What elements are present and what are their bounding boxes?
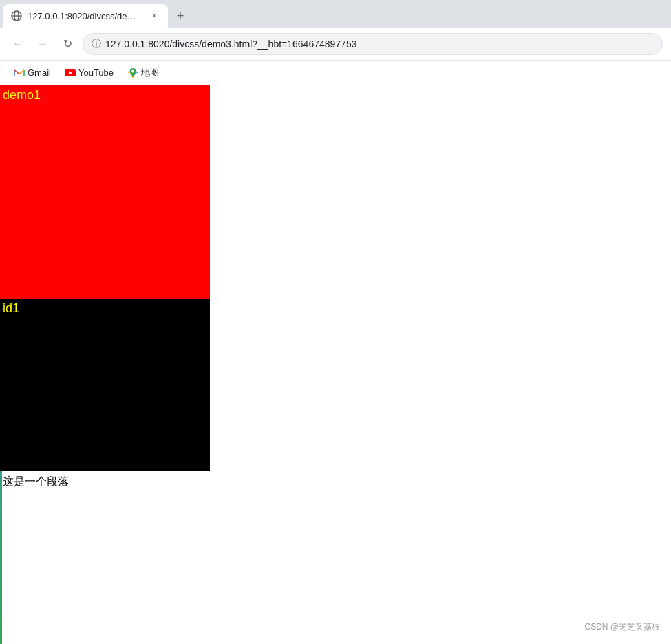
- reload-button[interactable]: ↻: [58, 34, 77, 54]
- url-text: 127.0.0.1:8020/divcss/demo3.html?__hbt=1…: [105, 39, 654, 50]
- demo1-box: demo1: [0, 85, 210, 299]
- tab-title: 127.0.0.1:8020/divcss/demo3.h: [28, 11, 143, 21]
- watermark: CSDN @芝芝又荔枝: [584, 621, 660, 633]
- youtube-label: YouTube: [78, 67, 114, 78]
- bookmark-youtube[interactable]: YouTube: [59, 65, 119, 81]
- paragraph-text: 这是一个段落: [0, 471, 671, 493]
- youtube-icon: [65, 67, 76, 78]
- maps-icon: [127, 67, 138, 78]
- url-bar[interactable]: ⓘ 127.0.0.1:8020/divcss/demo3.html?__hbt…: [83, 33, 663, 55]
- secure-icon: ⓘ: [92, 38, 101, 50]
- bookmark-maps[interactable]: 地图: [122, 64, 164, 82]
- page-content: demo1 id1 这是一个段落: [0, 85, 671, 644]
- gmail-icon: [14, 67, 25, 78]
- bookmark-gmail[interactable]: Gmail: [8, 65, 56, 81]
- browser-window: 127.0.0.1:8020/divcss/demo3.h × + ← → ↻ …: [0, 0, 671, 644]
- tab-close-button[interactable]: ×: [149, 10, 160, 21]
- demo1-label: demo1: [3, 88, 41, 103]
- bookmarks-bar: Gmail YouTube 地图: [0, 61, 671, 85]
- gmail-label: Gmail: [28, 67, 51, 78]
- back-button[interactable]: ←: [8, 34, 28, 54]
- address-bar: ← → ↻ ⓘ 127.0.0.1:8020/divcss/demo3.html…: [0, 28, 671, 61]
- svg-rect-3: [14, 69, 24, 76]
- id1-box: id1: [0, 299, 210, 471]
- maps-label: 地图: [141, 67, 159, 79]
- svg-point-6: [131, 69, 134, 72]
- new-tab-button[interactable]: +: [171, 6, 190, 25]
- tab-bar: 127.0.0.1:8020/divcss/demo3.h × +: [0, 0, 671, 28]
- active-tab[interactable]: 127.0.0.1:8020/divcss/demo3.h ×: [3, 4, 168, 28]
- id1-label: id1: [3, 301, 19, 316]
- tab-globe-icon: [11, 10, 22, 21]
- forward-button[interactable]: →: [33, 34, 52, 54]
